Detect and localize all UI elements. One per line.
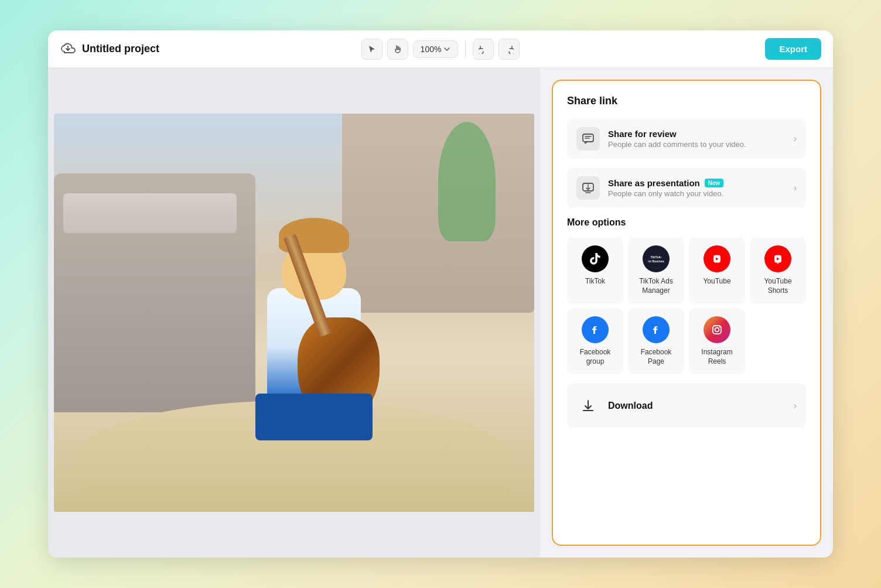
- youtube-shorts-button[interactable]: s YouTube Shorts: [750, 237, 806, 303]
- cloud-icon: [60, 40, 76, 59]
- youtube-shorts-icon: s: [764, 245, 791, 272]
- youtube-button[interactable]: YouTube: [689, 237, 745, 303]
- svg-text:For Business: For Business: [648, 259, 664, 263]
- boy-figure: [214, 171, 414, 452]
- share-link-title: Share link: [567, 95, 806, 107]
- share-review-desc: People can add comments to your video.: [608, 140, 786, 149]
- share-panel: Share link Share for review People can a…: [552, 80, 821, 546]
- facebook-group-label: Facebook group: [572, 348, 619, 366]
- facebook-group-icon: [582, 316, 609, 343]
- share-presentation-icon: [576, 176, 600, 200]
- share-presentation-text: Share as presentation New People can onl…: [608, 178, 786, 198]
- app-window: Untitled project 100%: [48, 30, 833, 558]
- instagram-reels-label: Instagram Reels: [694, 348, 740, 366]
- share-review-chevron: ›: [794, 134, 797, 144]
- youtube-shorts-label: YouTube Shorts: [754, 277, 801, 295]
- facebook-page-icon: [643, 316, 670, 343]
- more-options-title: More options: [567, 217, 806, 228]
- tiktok-ads-label: TikTok Ads Manager: [633, 277, 679, 295]
- boy-legs: [255, 394, 373, 440]
- share-presentation-desc: People can only watch your video.: [608, 189, 786, 198]
- download-icon: [576, 394, 600, 418]
- tiktok-label: TikTok: [585, 277, 605, 286]
- svg-point-15: [719, 327, 720, 328]
- svg-text:TikTok:: TikTok:: [650, 255, 661, 259]
- hand-tool-button[interactable]: [387, 39, 408, 60]
- youtube-label: YouTube: [703, 277, 730, 286]
- sofa-cushion: [63, 193, 236, 233]
- svg-text:s: s: [777, 261, 779, 265]
- zoom-level: 100%: [421, 45, 442, 54]
- canvas-image: [54, 114, 534, 512]
- facebook-group-button[interactable]: Facebook group: [567, 308, 623, 374]
- svg-rect-2: [648, 251, 664, 267]
- facebook-page-label: Facebook Page: [633, 348, 679, 366]
- svg-rect-12: [709, 322, 725, 338]
- youtube-icon: [704, 245, 730, 272]
- header-left: Untitled project: [60, 40, 354, 59]
- tiktok-icon: [582, 245, 609, 272]
- download-button[interactable]: Download ›: [567, 384, 806, 428]
- redo-button[interactable]: [498, 39, 520, 60]
- new-badge: New: [705, 179, 724, 187]
- undo-button[interactable]: [473, 39, 494, 60]
- share-as-presentation-button[interactable]: Share as presentation New People can onl…: [567, 168, 806, 208]
- tiktok-ads-icon: TikTok: For Business: [643, 245, 670, 272]
- main-content: Share link Share for review People can a…: [48, 68, 833, 558]
- share-for-review-button[interactable]: Share for review People can add comments…: [567, 119, 806, 159]
- share-presentation-title-text: Share as presentation: [608, 178, 700, 188]
- project-title: Untitled project: [82, 43, 159, 55]
- export-button[interactable]: Export: [765, 38, 821, 60]
- download-chevron: ›: [794, 401, 797, 411]
- share-review-title: Share for review: [608, 129, 786, 139]
- header-center: 100%: [361, 39, 520, 60]
- share-presentation-title: Share as presentation New: [608, 178, 786, 188]
- tiktok-ads-button[interactable]: TikTok: For Business TikTok Ads Manager: [628, 237, 684, 303]
- share-link-section: Share link: [567, 95, 806, 110]
- tiktok-button[interactable]: TikTok: [567, 237, 623, 303]
- instagram-reels-icon: [704, 316, 730, 343]
- share-review-text: Share for review People can add comments…: [608, 129, 786, 149]
- cursor-tool-button[interactable]: [361, 39, 383, 60]
- header: Untitled project 100%: [48, 30, 833, 68]
- social-grid: TikTok TikTok: For Business TikTok Ads M…: [567, 237, 806, 374]
- canvas-area: [48, 68, 540, 558]
- share-presentation-chevron: ›: [794, 183, 797, 193]
- header-divider: [465, 41, 466, 57]
- plant: [438, 122, 496, 241]
- facebook-page-button[interactable]: Facebook Page: [628, 308, 684, 374]
- zoom-button[interactable]: 100%: [413, 40, 459, 58]
- svg-point-14: [715, 328, 719, 332]
- instagram-reels-button[interactable]: Instagram Reels: [689, 308, 745, 374]
- header-right: Export: [527, 38, 821, 60]
- share-review-icon: [576, 127, 600, 151]
- download-label: Download: [608, 401, 786, 411]
